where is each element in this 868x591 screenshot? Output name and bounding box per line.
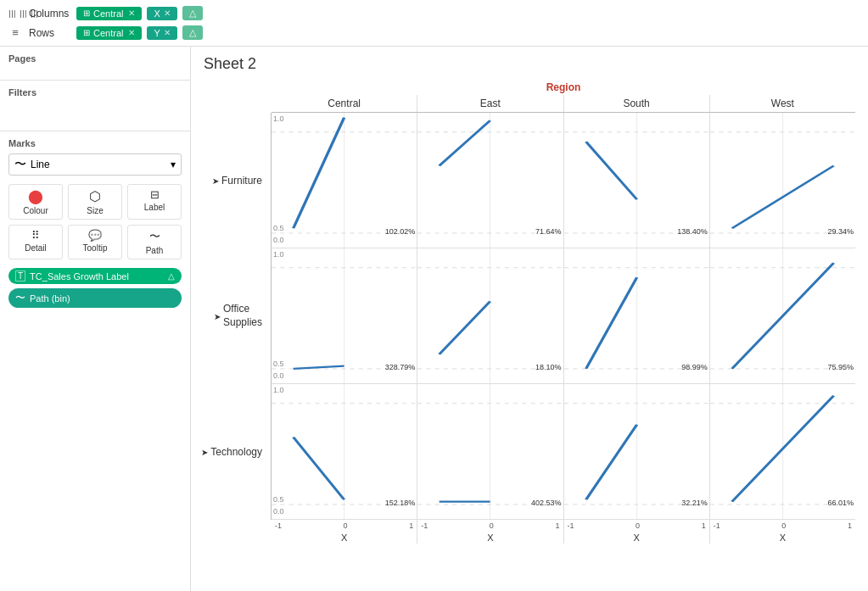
pct-tech-east: 402.53%: [531, 499, 562, 507]
tc-sales-pill[interactable]: T TC_Sales Growth Label △: [8, 268, 182, 284]
row-arrow-office: ➤: [214, 312, 221, 321]
label-icon: ⊟: [150, 188, 160, 201]
pct-furniture-central: 102.02%: [385, 227, 416, 236]
row-furniture: ➤ Furniture 102.02% 1.0 0.5 0.0: [204, 113, 855, 248]
y-pill-x[interactable]: ✕: [164, 28, 171, 37]
x-pill[interactable]: X ✕: [147, 7, 176, 20]
filters-section: Filters: [0, 81, 190, 131]
columns-shelf: ⫼⫼⫼ Columns ⊞ Central ✕ X ✕ △: [7, 3, 861, 23]
path-bin-pill[interactable]: 〜 Path (bin): [8, 288, 182, 308]
rows-shelf: ≡ Rows ⊞ Central ✕ Y ✕ △: [7, 23, 861, 42]
ytick-mid-oc: 0.5: [273, 360, 284, 368]
y-pill-label: Y: [154, 28, 160, 38]
main-area: Pages Filters Marks 〜 Line ▾ ⬤ Colour ⬡: [0, 47, 868, 591]
path-icon: 〜: [149, 229, 160, 244]
x-ticks-central: -101: [272, 520, 417, 532]
cell-tech-central: 152.18% 1.0 0.5 0.0: [272, 384, 417, 520]
columns-label: Columns: [29, 8, 71, 20]
col-delta-icon: △: [189, 8, 196, 19]
marks-pills-list: T TC_Sales Growth Label △ 〜 Path (bin): [8, 268, 182, 308]
tooltip-button[interactable]: 💬 Tooltip: [68, 225, 122, 259]
row-delta-icon: △: [189, 27, 196, 38]
row-technology: ➤ Technology 152.18% 1.0 0.5 0.0: [204, 384, 855, 520]
x-label-west: X: [710, 532, 855, 544]
cell-tech-south: 32.21%: [564, 384, 710, 520]
x-pill-x[interactable]: ✕: [164, 8, 171, 18]
category-pill-label: Central: [93, 28, 123, 38]
y-pill[interactable]: Y ✕: [147, 26, 176, 40]
pct-tech-west: 66.01%: [827, 499, 854, 507]
cell-furniture-south: 138.40%: [564, 113, 710, 248]
colour-button[interactable]: ⬤ Colour: [8, 184, 63, 220]
tooltip-label: Tooltip: [83, 243, 108, 253]
detail-label: Detail: [25, 243, 47, 253]
detail-button[interactable]: ⠿ Detail: [8, 225, 63, 259]
cell-office-central: 328.79% 1.0 0.5 0.0: [272, 248, 417, 384]
pct-furniture-west: 29.34%: [827, 227, 854, 236]
col-header-east: East: [417, 95, 563, 112]
row-label-office: ➤ OfficeSupplies: [204, 248, 272, 384]
pages-title: Pages: [8, 53, 182, 64]
cell-office-west: 75.95%: [710, 248, 855, 384]
label-label: Label: [144, 203, 165, 212]
line-icon: 〜: [14, 157, 26, 172]
size-button[interactable]: ⬡ Size: [68, 184, 122, 220]
x-ticks-south: -101: [564, 520, 710, 532]
marks-buttons-grid: ⬤ Colour ⬡ Size ⊟ Label ⠿ Detail 💬 To: [8, 184, 182, 259]
tc-sales-type-icon: T: [15, 270, 25, 282]
ytick-mid-fc: 0.5: [273, 224, 284, 232]
region-pill[interactable]: ⊞ Central ✕: [76, 7, 142, 20]
ytick-bot-fc: 0.0: [273, 236, 284, 244]
row-arrow-furniture: ➤: [212, 176, 219, 186]
pct-office-east: 18.10%: [535, 363, 562, 371]
x-label-east: X: [417, 532, 563, 544]
col-delta-pill[interactable]: △: [182, 6, 203, 20]
marks-type-dropdown[interactable]: 〜 Line ▾: [8, 153, 182, 176]
rows-icon: ≡: [7, 26, 24, 39]
path-bin-line-icon: 〜: [15, 291, 25, 305]
path-bin-label: Path (bin): [30, 293, 70, 304]
category-pill[interactable]: ⊞ Central ✕: [76, 26, 142, 40]
cell-office-south: 98.99%: [564, 248, 710, 384]
region-pill-icon: ⊞: [83, 8, 90, 18]
path-button[interactable]: 〜 Path: [127, 225, 182, 259]
ytick-bot-oc: 0.0: [273, 371, 284, 380]
tc-sales-delta-icon: △: [168, 271, 175, 281]
category-pill-x[interactable]: ✕: [128, 28, 135, 37]
pct-office-south: 98.99%: [681, 363, 708, 371]
marks-section: Marks 〜 Line ▾ ⬤ Colour ⬡ Size ⊟: [0, 131, 190, 591]
ytick-bot-tc: 0.0: [273, 507, 284, 516]
marks-title: Marks: [8, 138, 182, 148]
col-header-central: Central: [272, 95, 417, 112]
row-label-technology: ➤ Technology: [204, 384, 272, 520]
detail-icon: ⠿: [31, 229, 40, 242]
ytick-top-tc: 1.0: [273, 386, 284, 394]
size-icon: ⬡: [89, 188, 101, 204]
col-header-south: South: [564, 95, 710, 112]
x-axis-labels: X X X X: [272, 532, 855, 544]
size-label: Size: [87, 206, 103, 215]
row-delta-pill[interactable]: △: [182, 25, 203, 40]
sheet-title: Sheet 2: [204, 55, 855, 73]
x-label-south: X: [564, 532, 710, 544]
tc-sales-label: TC_Sales Growth Label: [30, 271, 164, 282]
x-ticks-west: -101: [710, 520, 855, 532]
cell-office-east: 18.10%: [417, 248, 563, 384]
pages-section: Pages: [0, 47, 190, 81]
region-pill-x[interactable]: ✕: [128, 8, 135, 18]
x-label-central: X: [272, 532, 417, 544]
rows-label: Rows: [29, 27, 71, 39]
tooltip-icon: 💬: [88, 229, 102, 242]
cell-furniture-central: 102.02% 1.0 0.5 0.0: [272, 113, 417, 248]
pct-office-central: 328.79%: [385, 363, 416, 371]
ytick-mid-tc: 0.5: [273, 495, 284, 504]
ytick-top-fc: 1.0: [273, 114, 284, 123]
content-area: Sheet 2 Region Central East South West ➤…: [191, 47, 868, 591]
label-button[interactable]: ⊟ Label: [127, 184, 182, 220]
cell-tech-east: 402.53%: [417, 384, 563, 520]
pct-office-west: 75.95%: [827, 363, 854, 371]
column-headers: Central East South West: [272, 95, 855, 113]
x-axis-ticks: -101 -101 -101 -101: [272, 520, 855, 532]
region-pill-label: Central: [93, 8, 123, 19]
pct-tech-south: 32.21%: [681, 499, 708, 507]
